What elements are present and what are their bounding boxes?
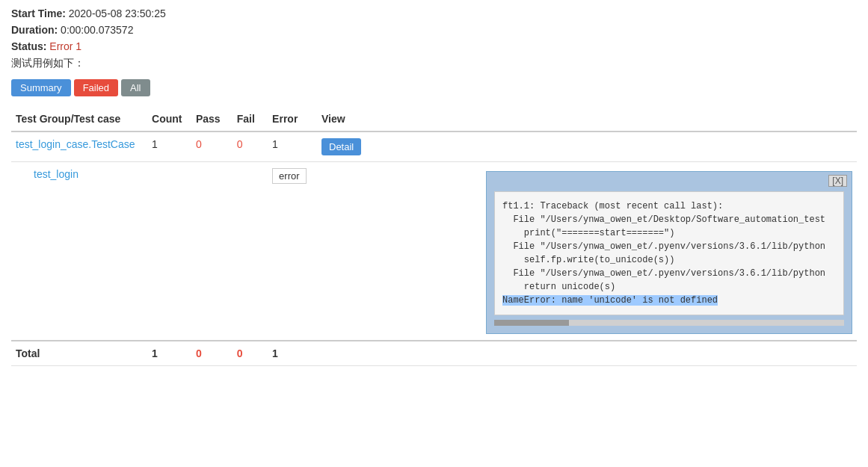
table-header: Test Group/Test case Count Pass Fail Err… — [11, 107, 857, 132]
test-case-link[interactable]: test_login_case.TestCase — [16, 138, 135, 150]
row-fail: 0 — [233, 132, 268, 162]
row-error: 1 — [268, 132, 317, 162]
duration-label: Duration: — [11, 24, 58, 36]
popup-close-button[interactable]: [X] — [828, 175, 847, 187]
total-error: 1 — [268, 341, 317, 366]
tab-buttons: Summary Failed All — [11, 79, 857, 96]
error-badge: error — [272, 168, 306, 184]
chinese-note: 测试用例如下： — [11, 57, 857, 70]
total-pass: 0 — [191, 341, 233, 366]
error-line2: File "/Users/ynwa_owen_et/Desktop/Softwa… — [502, 214, 825, 225]
tab-failed[interactable]: Failed — [74, 79, 118, 96]
duration-value: 0:00:00.073572 — [61, 24, 133, 36]
scrollbar-area[interactable] — [494, 320, 844, 326]
error-line3: print("=======start=======") — [502, 228, 674, 238]
detail-button[interactable]: Detail — [321, 138, 361, 155]
status-value: Error 1 — [49, 40, 81, 52]
row-pass: 0 — [191, 132, 233, 162]
tab-all[interactable]: All — [121, 79, 150, 96]
start-time-line: Start Time: 2020-05-08 23:50:25 — [11, 7, 857, 19]
table-row: test_login_case.TestCase 1 0 0 1 Detail — [11, 132, 857, 162]
error-popup: [X] ft1.1: Traceback (most recent call l… — [486, 171, 852, 334]
error-line4: File "/Users/ynwa_owen_et/.pyenv/version… — [502, 241, 825, 252]
col-view: View — [317, 107, 857, 132]
error-line1: ft1.1: Traceback (most recent call last)… — [502, 201, 723, 211]
tab-summary[interactable]: Summary — [11, 79, 71, 96]
start-time-label: Start Time: — [11, 7, 66, 19]
test-login-link[interactable]: test_login — [34, 168, 79, 180]
duration-line: Duration: 0:00:00.073572 — [11, 24, 857, 36]
col-group: Test Group/Test case — [11, 107, 147, 132]
status-label: Status: — [11, 40, 46, 52]
start-time-value: 2020-05-08 23:50:25 — [69, 7, 166, 19]
col-fail: Fail — [233, 107, 268, 132]
row-count: 1 — [147, 132, 191, 162]
error-line7: return unicode(s) — [502, 282, 615, 292]
status-line: Status: Error 1 — [11, 40, 857, 52]
total-label: Total — [11, 341, 147, 366]
scrollbar-thumb — [494, 320, 569, 326]
col-pass: Pass — [191, 107, 233, 132]
col-error: Error — [268, 107, 317, 132]
results-table: Test Group/Test case Count Pass Fail Err… — [11, 107, 857, 366]
total-row: Total 1 0 0 1 — [11, 341, 857, 366]
total-count: 1 — [147, 341, 191, 366]
col-count: Count — [147, 107, 191, 132]
error-line5: self.fp.write(to_unicode(s)) — [502, 255, 674, 265]
sub-table-row: test_login error [X] ft1.1: Traceback (m… — [11, 162, 857, 341]
error-line6: File "/Users/ynwa_owen_et/.pyenv/version… — [502, 268, 825, 279]
total-fail: 0 — [233, 341, 268, 366]
error-highlight: NameError: name 'unicode' is not defined — [502, 295, 718, 306]
error-content: ft1.1: Traceback (most recent call last)… — [494, 191, 844, 315]
